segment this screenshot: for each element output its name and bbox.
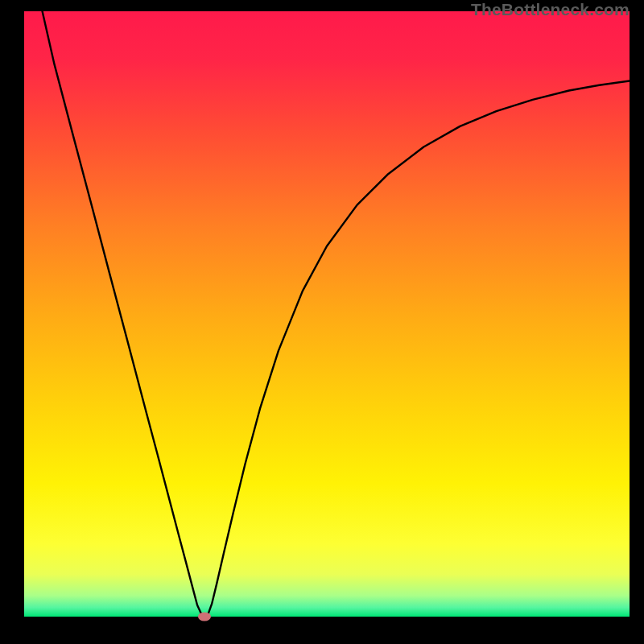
chart-frame xyxy=(24,11,630,617)
bottleneck-chart xyxy=(24,11,630,617)
gradient-background xyxy=(24,11,630,617)
optimal-point-marker xyxy=(198,613,211,621)
watermark-text: TheBottleneck.com xyxy=(471,0,630,19)
